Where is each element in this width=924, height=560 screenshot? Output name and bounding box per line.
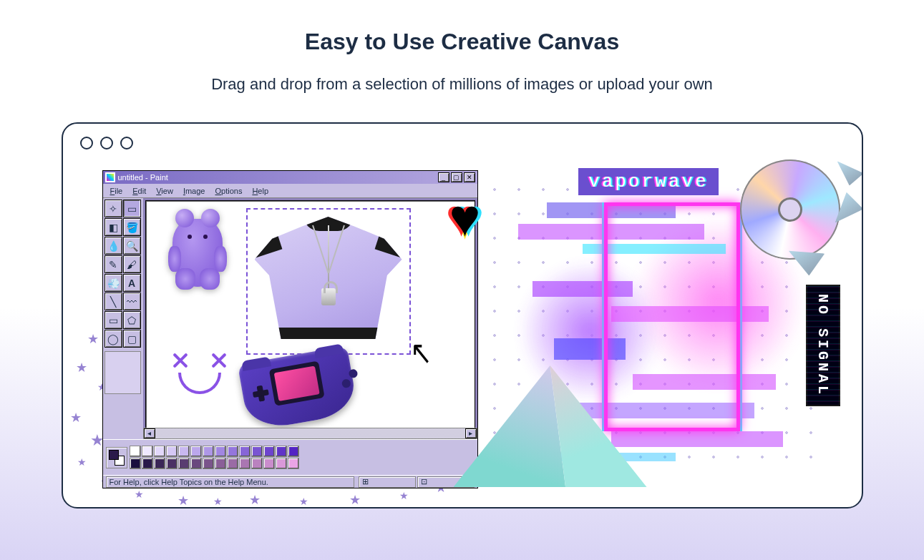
tool-rectangle[interactable]: ▭ bbox=[104, 311, 122, 329]
palette-swatch[interactable] bbox=[203, 458, 214, 469]
menu-view[interactable]: View bbox=[152, 185, 177, 197]
palette-swatch[interactable] bbox=[227, 458, 238, 469]
titlebar[interactable]: untitled - Paint _ ▢ ✕ bbox=[103, 171, 477, 184]
palette-swatch[interactable] bbox=[142, 458, 153, 469]
menu-file[interactable]: File bbox=[106, 185, 127, 197]
page-subtitle: Drag and drop from a selection of millio… bbox=[14, 75, 910, 94]
palette-swatch[interactable] bbox=[154, 446, 165, 457]
tool-rounded-rect[interactable]: ▢ bbox=[123, 330, 141, 348]
menu-image[interactable]: Image bbox=[179, 185, 210, 197]
menubar: File Edit View Image Options Help bbox=[103, 184, 477, 198]
glitch-heart-sticker[interactable]: ♥ bbox=[449, 192, 481, 245]
creative-canvas-frame: ★ ★ ★ ★ ★ ★ ★ ★ ★ ★ ★ ★ ★ ★ ★ untitled -… bbox=[62, 122, 863, 509]
selection-marquee[interactable] bbox=[246, 208, 411, 355]
tshirt-sticker[interactable] bbox=[255, 217, 402, 339]
scroll-left-button[interactable]: ◂ bbox=[144, 428, 155, 438]
minimize-button[interactable]: _ bbox=[438, 172, 449, 182]
status-text: For Help, click Help Topics on the Help … bbox=[106, 476, 354, 488]
traffic-light-dot[interactable] bbox=[120, 137, 133, 149]
palette-swatch[interactable] bbox=[251, 458, 263, 469]
star-icon: ★ bbox=[299, 496, 308, 507]
menu-edit[interactable]: Edit bbox=[128, 185, 150, 197]
status-coords: ⊞ bbox=[359, 476, 416, 488]
menu-help[interactable]: Help bbox=[248, 185, 273, 197]
tool-fill[interactable]: 🪣 bbox=[123, 218, 141, 236]
window-controls bbox=[80, 137, 133, 149]
palette-swatch[interactable] bbox=[166, 458, 177, 469]
tool-options bbox=[104, 351, 141, 394]
window-title: untitled - Paint bbox=[118, 173, 438, 182]
cursor-icon: ↖ bbox=[409, 333, 432, 372]
palette-swatch[interactable] bbox=[142, 446, 153, 457]
palette-swatch[interactable] bbox=[130, 458, 141, 469]
tool-ellipse[interactable]: ◯ bbox=[104, 330, 122, 348]
star-icon: ★ bbox=[76, 360, 87, 375]
statusbar: For Help, click Help Topics on the Help … bbox=[103, 475, 477, 488]
traffic-light-dot[interactable] bbox=[100, 137, 113, 149]
palette-swatch[interactable] bbox=[239, 458, 251, 469]
palette-swatch[interactable] bbox=[130, 446, 141, 457]
palette-swatch[interactable] bbox=[215, 446, 226, 457]
star-icon: ★ bbox=[399, 490, 409, 501]
paint-app-icon bbox=[105, 172, 115, 182]
tool-curve[interactable]: 〰 bbox=[123, 293, 141, 310]
smiley-doodle-sticker[interactable] bbox=[171, 351, 228, 394]
star-icon: ★ bbox=[135, 488, 144, 500]
gameboy-sticker[interactable] bbox=[237, 345, 358, 431]
tool-eyedropper[interactable]: 💧 bbox=[104, 237, 122, 255]
tool-eraser[interactable]: ◧ bbox=[104, 218, 122, 236]
palette-swatch[interactable] bbox=[288, 446, 299, 457]
palette-swatch[interactable] bbox=[276, 458, 287, 469]
star-icon: ★ bbox=[213, 496, 223, 507]
maximize-button[interactable]: ▢ bbox=[451, 172, 462, 182]
tool-brush[interactable]: 🖌 bbox=[123, 255, 141, 273]
palette-swatch[interactable] bbox=[190, 458, 202, 469]
palette-swatch[interactable] bbox=[215, 458, 226, 469]
tool-line[interactable]: ╲ bbox=[104, 293, 122, 310]
no-signal-sticker[interactable]: NO SIGNAL bbox=[806, 285, 840, 406]
horizontal-scrollbar[interactable]: ◂ ▸ bbox=[143, 428, 477, 439]
pyramid-sticker[interactable] bbox=[454, 365, 647, 487]
palette-swatch[interactable] bbox=[239, 446, 251, 457]
tool-pencil[interactable]: ✎ bbox=[104, 255, 122, 273]
star-icon: ★ bbox=[70, 410, 82, 426]
palette-swatch[interactable] bbox=[227, 446, 238, 457]
mspaint-window-sticker[interactable]: untitled - Paint _ ▢ ✕ File Edit View Im… bbox=[102, 170, 478, 488]
palette-swatch[interactable] bbox=[251, 446, 263, 457]
palette-swatch[interactable] bbox=[203, 446, 214, 457]
toolbox: ✧ ▭ ◧ 🪣 💧 🔍 ✎ 🖌 💨 A ╲ 〰 ▭ ⬠ ◯ ▢ bbox=[103, 198, 143, 439]
color-palette bbox=[103, 439, 477, 475]
palette-swatch[interactable] bbox=[190, 446, 202, 457]
star-icon: ★ bbox=[349, 492, 361, 508]
palette-swatch[interactable] bbox=[288, 458, 299, 469]
tool-free-select[interactable]: ✧ bbox=[104, 200, 122, 217]
palette-swatch[interactable] bbox=[276, 446, 287, 457]
menu-options[interactable]: Options bbox=[210, 185, 246, 197]
tool-text[interactable]: A bbox=[123, 274, 141, 292]
traffic-light-dot[interactable] bbox=[80, 137, 93, 149]
page-title: Easy to Use Creative Canvas bbox=[14, 29, 910, 55]
close-button[interactable]: ✕ bbox=[464, 172, 475, 182]
palette-swatch[interactable] bbox=[263, 458, 275, 469]
tool-rect-select[interactable]: ▭ bbox=[123, 200, 141, 217]
tool-airbrush[interactable]: 💨 bbox=[104, 274, 122, 292]
palette-swatch[interactable] bbox=[154, 458, 165, 469]
gummy-bear-sticker[interactable] bbox=[172, 219, 223, 287]
star-icon: ★ bbox=[77, 456, 87, 468]
palette-swatch[interactable] bbox=[178, 458, 190, 469]
star-icon: ★ bbox=[177, 493, 189, 509]
current-colors[interactable] bbox=[106, 447, 127, 468]
palette-swatch[interactable] bbox=[166, 446, 177, 457]
palette-swatch[interactable] bbox=[178, 446, 190, 457]
star-icon: ★ bbox=[249, 492, 261, 508]
palette-swatch[interactable] bbox=[263, 446, 275, 457]
vaporwave-label-sticker[interactable]: vaporwave bbox=[578, 168, 718, 195]
star-icon: ★ bbox=[87, 331, 99, 347]
tool-polygon[interactable]: ⬠ bbox=[123, 311, 141, 329]
paint-canvas[interactable]: ↖ bbox=[145, 200, 475, 437]
tool-zoom[interactable]: 🔍 bbox=[123, 237, 141, 255]
